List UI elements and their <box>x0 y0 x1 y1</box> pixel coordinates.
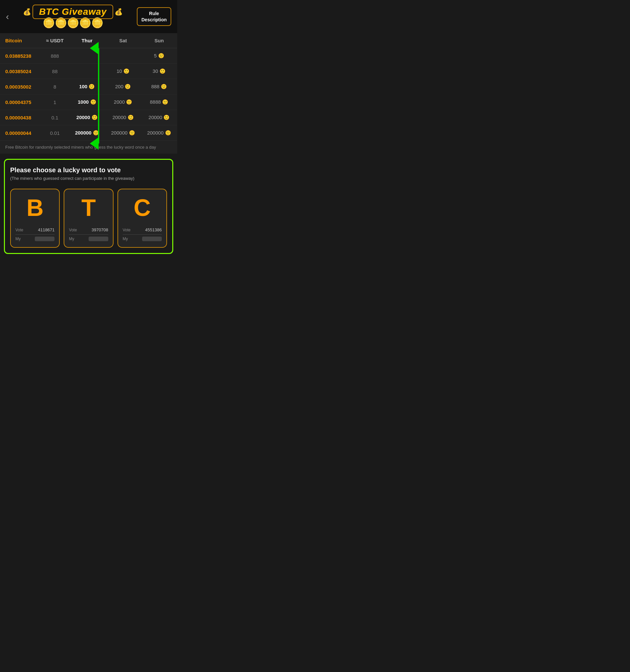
sun-value: 5 🙂 <box>141 48 177 64</box>
vote-my-row: My <box>123 237 162 241</box>
sat-value: 20000 🙂 <box>105 110 141 125</box>
usdt-value: 0.1 <box>41 110 69 125</box>
btc-value: 0.00000044 <box>0 125 41 141</box>
usdt-value: 88 <box>41 64 69 79</box>
vote-letter-t: T <box>81 196 96 219</box>
table-row: 0.00385024 88 10 🙂 30 🙂 <box>0 64 177 79</box>
sat-value: 200000 🙂 <box>105 125 141 141</box>
table-row: 0.00000044 0.01 200000 🙂 200000 🙂 200000… <box>0 125 177 141</box>
vote-info-c: Vote 4551386 My <box>121 225 164 243</box>
col-sun: Sun <box>141 33 177 48</box>
vote-my-row: My <box>16 237 54 241</box>
thur-value <box>69 64 105 79</box>
vote-letter-b: B <box>27 196 44 219</box>
col-bitcoin: Bitcoin <box>0 33 41 48</box>
table-section: Bitcoin ≈ USDT Thur Sat Sun 0.03885238 8… <box>0 33 177 153</box>
vote-count-label: Vote <box>69 228 77 232</box>
vote-my-value <box>35 237 54 241</box>
thur-value: 1000 🙂 <box>69 95 105 110</box>
usdt-value: 0.01 <box>41 125 69 141</box>
vote-count-row: Vote 4118671 <box>16 227 54 232</box>
sun-value: 200000 🙂 <box>141 125 177 141</box>
vote-subtitle: (The miners who guessed correct can part… <box>10 176 167 181</box>
vote-letter-c: C <box>134 196 151 219</box>
btc-value: 0.00385024 <box>0 64 41 79</box>
vote-title: Please choose a lucky word to vote <box>10 166 167 174</box>
col-thur: Thur <box>69 33 105 48</box>
vote-my-row: My <box>69 237 108 241</box>
btc-value: 0.00000438 <box>0 110 41 125</box>
vote-section: Please choose a lucky word to vote (The … <box>4 159 173 254</box>
back-button[interactable]: ‹ <box>6 12 9 21</box>
table-row: 0.03885238 888 5 🙂 <box>0 48 177 64</box>
vote-card-b[interactable]: B Vote 4118671 My <box>10 189 60 248</box>
vote-count-value: 3970708 <box>92 227 108 232</box>
table-row: 0.00000438 0.1 20000 🙂 20000 🙂 20000 🙂 <box>0 110 177 125</box>
sat-value: 2000 🙂 <box>105 95 141 110</box>
sun-value: 20000 🙂 <box>141 110 177 125</box>
vote-count-value: 4551386 <box>145 227 162 232</box>
vote-info-t: Vote 3970708 My <box>67 225 110 243</box>
thur-value: 20000 🙂 <box>69 110 105 125</box>
sun-value: 30 🙂 <box>141 64 177 79</box>
vote-divider <box>123 234 162 235</box>
thur-value: 100 🙂 <box>69 79 105 95</box>
table-row: 0.00035002 8 100 🙂 200 🙂 888 🙂 <box>0 79 177 95</box>
thur-value: 200000 🙂 <box>69 125 105 141</box>
sun-value: 888 🙂 <box>141 79 177 95</box>
vote-divider <box>69 234 108 235</box>
usdt-value: 8 <box>41 79 69 95</box>
vote-count-value: 4118671 <box>38 227 55 232</box>
vote-count-row: Vote 4551386 <box>123 227 162 232</box>
col-sat: Sat <box>105 33 141 48</box>
table-row: 0.00004375 1 1000 🙂 2000 🙂 8888 🙂 <box>0 95 177 110</box>
usdt-value: 1 <box>41 95 69 110</box>
coins-right-icon: 💰 <box>115 8 123 16</box>
header: ‹ 💰 BTC Giveaway 💰 🪙🪙🪙🪙🪙 Rule Descriptio… <box>0 0 177 33</box>
vote-my-label: My <box>69 237 74 241</box>
sat-value: 200 🙂 <box>105 79 141 95</box>
btc-value: 0.00035002 <box>0 79 41 95</box>
sun-value: 8888 🙂 <box>141 95 177 110</box>
vote-my-value <box>89 237 108 241</box>
btc-value: 0.00004375 <box>0 95 41 110</box>
footnote-text: Free Bitcoin for randomly selected miner… <box>0 141 177 153</box>
vote-info-b: Vote 4118671 My <box>14 225 56 243</box>
rule-description-button[interactable]: Rule Description <box>137 7 171 26</box>
btc-value: 0.03885238 <box>0 48 41 64</box>
vote-my-value <box>142 237 162 241</box>
title-area: 💰 BTC Giveaway 💰 🪙🪙🪙🪙🪙 <box>9 5 137 28</box>
page-title: BTC Giveaway <box>32 5 114 19</box>
coins-left-icon: 💰 <box>23 8 31 16</box>
usdt-value: 888 <box>41 48 69 64</box>
vote-divider <box>16 234 54 235</box>
rewards-table: Bitcoin ≈ USDT Thur Sat Sun 0.03885238 8… <box>0 33 177 141</box>
col-usdt: ≈ USDT <box>41 33 69 48</box>
vote-card-c[interactable]: C Vote 4551386 My <box>118 189 167 248</box>
vote-my-label: My <box>123 237 128 241</box>
vote-card-t[interactable]: T Vote 3970708 My <box>64 189 113 248</box>
vote-count-label: Vote <box>16 228 23 232</box>
sat-value <box>105 48 141 64</box>
vote-count-row: Vote 3970708 <box>69 227 108 232</box>
vote-cards-container: B Vote 4118671 My T Vote 3970708 <box>10 189 167 248</box>
thur-value <box>69 48 105 64</box>
vote-count-label: Vote <box>123 228 130 232</box>
vote-my-label: My <box>16 237 21 241</box>
sat-value: 10 🙂 <box>105 64 141 79</box>
title-wrapper: 💰 BTC Giveaway 💰 🪙🪙🪙🪙🪙 <box>23 5 123 28</box>
